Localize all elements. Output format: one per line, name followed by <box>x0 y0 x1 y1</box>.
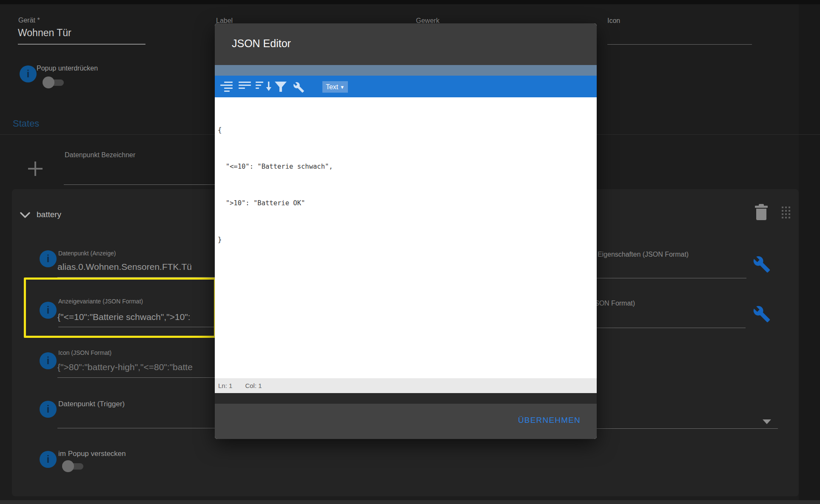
info-icon[interactable]: i <box>40 451 57 468</box>
delete-state-button[interactable] <box>755 204 768 220</box>
datenpunkt-anzeige-input[interactable]: alias.0.Wohnen.Sensoren.FTK.Tü <box>57 262 192 272</box>
editor-line: } <box>218 234 597 246</box>
icon-column-label: Icon <box>607 17 620 25</box>
bottom-strip <box>0 500 820 504</box>
statusbar-col: Col: 1 <box>245 382 262 389</box>
datenpunkt-trigger-label: Datenpunkt (Trigger) <box>58 400 125 408</box>
dropdown-caret-icon[interactable] <box>763 419 771 424</box>
geraet-input[interactable]: Wohnen Tür <box>18 27 71 39</box>
wrench-icon[interactable] <box>753 255 771 273</box>
right-strip <box>799 4 820 500</box>
right-field2-label: SON Format) <box>595 300 635 307</box>
json-editor-textarea[interactable]: { "<=10": "Batterie schwach", ">10": "Ba… <box>215 97 597 378</box>
app-root: Gerät * Wohnen Tür Label Gewerk Icon i P… <box>0 0 820 504</box>
icon-underline <box>607 44 752 45</box>
filter-icon[interactable] <box>275 82 287 94</box>
drag-handle-icon[interactable] <box>782 207 791 218</box>
toggle-knob <box>43 76 54 88</box>
sort-icon[interactable] <box>256 82 272 91</box>
dialog-header: JSON Editor <box>215 23 597 65</box>
datenpunkt-anzeige-label: Datenpunkt (Anzeige) <box>58 250 116 257</box>
editor-line: "<=10": "Batterie schwach", <box>218 161 597 173</box>
editor-line: ">10": "Batterie OK" <box>218 197 597 210</box>
info-icon[interactable]: i <box>40 250 57 267</box>
popup-suppress-toggle[interactable] <box>43 76 66 89</box>
wrench-icon[interactable] <box>753 305 771 323</box>
transform-wrench-icon[interactable] <box>293 82 305 95</box>
dialog-gap <box>215 393 597 404</box>
dialog-band <box>215 65 597 76</box>
add-state-button[interactable] <box>28 161 43 176</box>
geraet-underline <box>18 44 145 45</box>
datenpunkt-bezeichner-input[interactable] <box>64 168 213 184</box>
geraet-label: Gerät * <box>18 17 40 24</box>
dialog-footer: ÜBERNEHMEN <box>215 404 597 439</box>
editor-toolbar: Text ▼ <box>215 76 597 97</box>
states-heading: States <box>13 118 39 129</box>
statusbar-line: Ln: 1 <box>218 382 232 389</box>
right-field1-label: t Eigenschaften (JSON Format) <box>594 251 689 258</box>
icon-json-input[interactable]: {">80":"battery-high","<=80":"batte <box>57 362 193 372</box>
highlight-box <box>24 277 216 338</box>
dialog-title: JSON Editor <box>232 37 291 50</box>
info-icon[interactable]: i <box>40 352 57 369</box>
compact-json-icon[interactable] <box>239 82 251 91</box>
editor-line: { <box>218 124 597 136</box>
popup-verstecken-label: im Popup verstecken <box>58 450 126 458</box>
chevron-down-icon[interactable] <box>20 212 31 218</box>
popup-verstecken-toggle[interactable] <box>62 460 86 473</box>
popup-suppress-label: Popup unterdrücken <box>37 65 98 72</box>
mode-select[interactable]: Text ▼ <box>322 81 348 93</box>
apply-button[interactable]: ÜBERNEHMEN <box>518 416 581 425</box>
datenpunkt-trigger-input[interactable] <box>57 410 211 427</box>
chevron-down-icon: ▼ <box>340 85 345 90</box>
battery-section-title[interactable]: battery <box>37 210 61 219</box>
info-icon[interactable]: i <box>20 65 37 82</box>
top-strip <box>0 0 820 4</box>
info-icon[interactable]: i <box>40 401 57 418</box>
format-json-icon[interactable] <box>220 82 233 93</box>
mode-select-label: Text <box>326 83 338 91</box>
datenpunkt-bezeichner-label: Datenpunkt Bezeichner <box>65 151 135 159</box>
editor-statusbar: Ln: 1 Col: 1 <box>215 378 597 393</box>
json-editor-dialog: JSON Editor <box>215 23 597 439</box>
icon-json-label: Icon (JSON Format) <box>58 349 111 356</box>
